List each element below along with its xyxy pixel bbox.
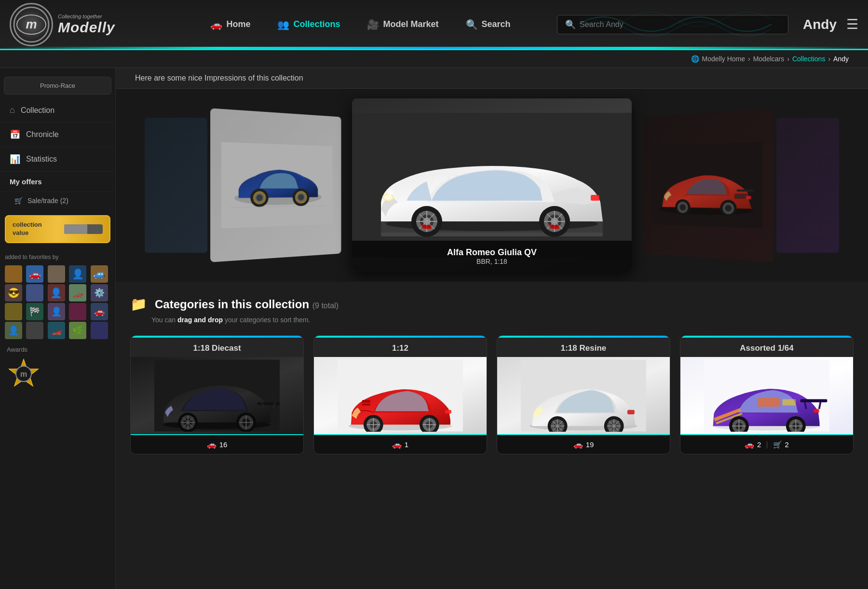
cart-sidebar-icon: 🛒 bbox=[14, 197, 23, 205]
content-area: Here are some nice Impressions of this c… bbox=[116, 68, 868, 589]
carousel-left-card[interactable] bbox=[210, 108, 341, 262]
carousel-far-right[interactable] bbox=[776, 118, 839, 253]
fav-avatar-14[interactable] bbox=[69, 303, 86, 320]
svg-rect-54 bbox=[746, 196, 751, 199]
fav-avatar-4[interactable]: 👤 bbox=[69, 265, 86, 283]
resine-car-svg bbox=[521, 359, 646, 432]
hamburger-menu[interactable]: ☰ bbox=[846, 16, 858, 32]
fav-avatar-1[interactable] bbox=[5, 265, 22, 283]
breadcrumb-globe-icon: 🌐 bbox=[691, 55, 699, 63]
added-favorites-label: added to favorites by bbox=[0, 249, 115, 263]
carousel-center-card[interactable]: Alfa Romeo Giulia QV BBR, 1:18 bbox=[352, 98, 632, 272]
category-card-64[interactable]: Assorted 1/64 bbox=[680, 335, 854, 454]
sidebar-item-statistics[interactable]: 📊 Statistics bbox=[0, 147, 115, 172]
fav-avatar-18[interactable]: 🏎️ bbox=[48, 322, 65, 339]
collection-value-button[interactable]: collectionvalue bbox=[5, 215, 110, 243]
fav-avatar-16[interactable]: 👤 bbox=[5, 322, 22, 339]
bc-modelly[interactable]: Modelly Home bbox=[702, 55, 745, 63]
collection-value-bar bbox=[64, 224, 103, 234]
card-img-112 bbox=[314, 357, 487, 434]
fav-avatar-15[interactable]: 🚗 bbox=[91, 303, 108, 320]
logo-circle: m bbox=[10, 3, 53, 46]
fav-avatar-17[interactable] bbox=[26, 322, 43, 339]
svg-rect-19 bbox=[381, 233, 603, 236]
categories-section: 📁 Categories in this collection (9 total… bbox=[116, 282, 868, 469]
red-car-svg bbox=[651, 142, 763, 228]
svg-rect-109 bbox=[758, 398, 780, 407]
sidebar-sale-trade[interactable]: 🛒 Sale/trade (2) bbox=[0, 192, 115, 209]
nav-collections[interactable]: 👥 Collections bbox=[264, 13, 353, 36]
category-card-diecast[interactable]: 1:18 Diecast bbox=[130, 335, 304, 454]
carousel-subtitle: BBR, 1:18 bbox=[362, 258, 622, 265]
svg-rect-74 bbox=[362, 400, 370, 403]
fav-avatar-9[interactable]: 🏎️ bbox=[69, 284, 86, 301]
bc-modelcars[interactable]: Modelcars bbox=[753, 55, 785, 63]
page-header: Here are some nice Impressions of this c… bbox=[116, 68, 868, 89]
resine-count: 🚗 19 bbox=[573, 440, 594, 449]
collection-value-bar-fill bbox=[64, 224, 87, 234]
card-title-resine: 1:18 Resine bbox=[497, 338, 670, 357]
collections-icon: 👥 bbox=[277, 19, 289, 30]
logo-area: m Collecting together Modelly bbox=[10, 3, 164, 46]
category-cards-grid: 1:18 Diecast bbox=[130, 335, 854, 454]
logo-text: Collecting together Modelly bbox=[58, 14, 115, 36]
count-divider: | bbox=[766, 440, 768, 449]
card-title-64: Assorted 1/64 bbox=[680, 338, 853, 357]
user-area: Andy ☰ bbox=[803, 16, 858, 32]
card-title-diecast: 1:18 Diecast bbox=[131, 338, 303, 357]
svg-point-23 bbox=[384, 195, 392, 200]
search-icon: 🔍 bbox=[565, 19, 576, 30]
card-footer-64: 🚗 2 | 🛒 2 bbox=[680, 434, 853, 454]
fav-avatar-13[interactable]: 👤 bbox=[48, 303, 65, 320]
sidebar: Promo-Race ⌂ Collection 📅 Chronicle 📊 St… bbox=[0, 68, 116, 589]
category-card-resine[interactable]: 1:18 Resine bbox=[497, 335, 670, 454]
112-car-svg bbox=[338, 359, 463, 432]
favorites-grid: 🚗 👤 🚙 😎 👤 🏎️ ⚙️ 🏁 bbox=[0, 263, 115, 341]
awards-section: Awards m bbox=[0, 341, 115, 396]
fav-avatar-2[interactable]: 🚗 bbox=[26, 265, 43, 283]
card-footer-diecast: 🚗 16 bbox=[131, 434, 303, 454]
fav-avatar-12[interactable]: 🏁 bbox=[26, 303, 43, 320]
fav-avatar-10[interactable]: ⚙️ bbox=[91, 284, 108, 301]
card-footer-resine: 🚗 19 bbox=[497, 434, 670, 454]
bc-collections[interactable]: Collections bbox=[792, 55, 825, 63]
sidebar-item-chronicle[interactable]: 📅 Chronicle bbox=[0, 123, 115, 147]
fav-avatar-5[interactable]: 🚙 bbox=[91, 265, 108, 283]
carousel-right-card[interactable] bbox=[642, 108, 773, 262]
teal-line bbox=[0, 47, 868, 49]
award-star-svg: m bbox=[7, 357, 41, 391]
carousel-far-left[interactable] bbox=[145, 118, 207, 253]
categories-subtitle: You can drag and drop your categories to… bbox=[130, 316, 854, 324]
search-nav-icon: 🔍 bbox=[466, 19, 478, 30]
fav-avatar-6[interactable]: 😎 bbox=[5, 284, 22, 301]
svg-rect-24 bbox=[591, 195, 599, 201]
page-header-text: Here are some nice Impressions of this c… bbox=[135, 74, 303, 82]
svg-rect-45 bbox=[736, 194, 741, 198]
fav-avatar-20[interactable] bbox=[91, 322, 108, 339]
my-offers-header: My offers bbox=[0, 172, 115, 192]
car-count-icon-112: 🚗 bbox=[392, 440, 402, 449]
fav-avatar-7[interactable] bbox=[26, 284, 43, 301]
collection-value-label: collectionvalue bbox=[13, 221, 42, 237]
breadcrumb-bar: 🌐 Modelly Home › Modelcars › Collections… bbox=[0, 50, 868, 68]
carousel-caption: Alfa Romeo Giulia QV BBR, 1:18 bbox=[352, 241, 632, 272]
card-img-resine bbox=[497, 357, 670, 434]
svg-point-41 bbox=[388, 190, 393, 195]
sidebar-item-collection[interactable]: ⌂ Collection bbox=[0, 98, 115, 123]
category-card-112[interactable]: 1:12 bbox=[313, 335, 487, 454]
fav-avatar-11[interactable] bbox=[5, 303, 22, 320]
64-count: 🚗 2 bbox=[745, 440, 761, 449]
fav-avatar-8[interactable]: 👤 bbox=[48, 284, 65, 301]
svg-text:m: m bbox=[20, 370, 27, 378]
fav-avatar-3[interactable] bbox=[48, 265, 65, 283]
112-count: 🚗 1 bbox=[392, 440, 408, 449]
fav-avatar-19[interactable]: 🌿 bbox=[69, 322, 86, 339]
nav-home[interactable]: 🚗 Home bbox=[197, 13, 264, 36]
home-sidebar-icon: ⌂ bbox=[10, 105, 15, 115]
folder-icon: 📁 bbox=[130, 296, 147, 312]
search-input[interactable] bbox=[580, 20, 780, 29]
svg-rect-75 bbox=[362, 404, 370, 406]
user-name: Andy bbox=[803, 17, 837, 32]
nav-search[interactable]: 🔍 Search bbox=[452, 13, 524, 36]
nav-model-market[interactable]: 🎥 Model Market bbox=[353, 13, 452, 36]
